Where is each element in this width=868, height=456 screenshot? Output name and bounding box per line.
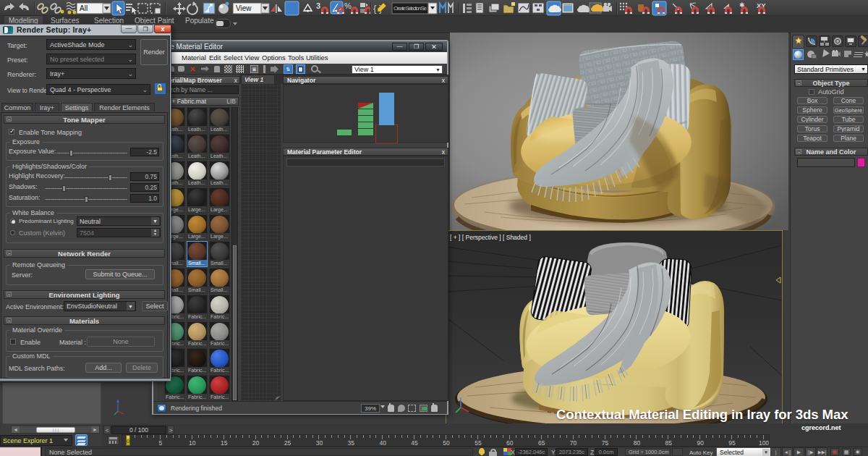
- svg-text:3: 3: [316, 1, 320, 10]
- svg-text:All: All: [80, 4, 88, 12]
- svg-text:Create Selection Se: Create Selection Se: [393, 5, 427, 12]
- svg-text:View: View: [236, 4, 252, 12]
- svg-text:%: %: [344, 1, 352, 10]
- svg-text:{: {: [373, 3, 377, 14]
